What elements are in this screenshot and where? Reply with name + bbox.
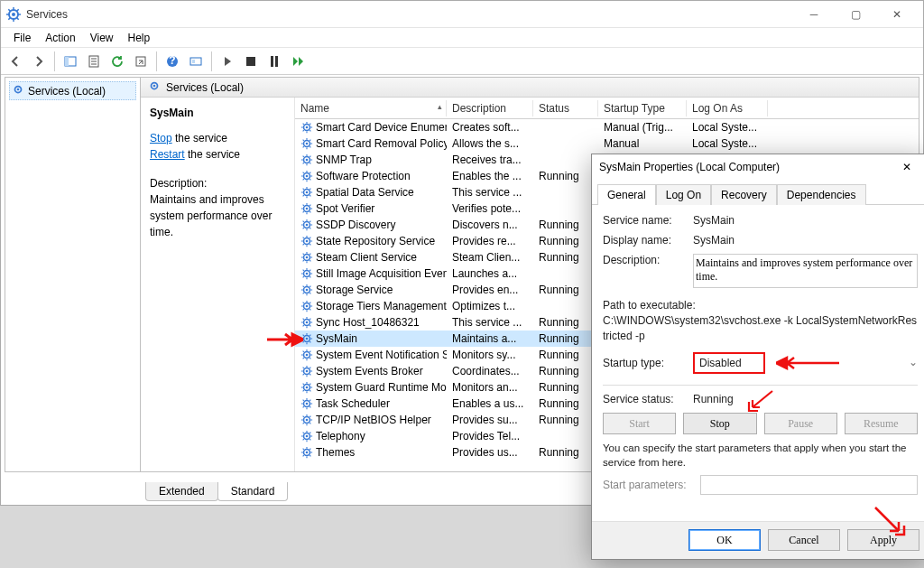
- table-row[interactable]: Smart Card Device Enumera...Creates soft…: [295, 119, 919, 135]
- pause-button: Pause: [764, 413, 837, 434]
- cell-status: [533, 159, 598, 161]
- dialog-titlebar: SysMain Properties (Local Computer) ✕: [592, 154, 924, 180]
- cell-name: TCP/IP NetBIOS Helper: [295, 413, 447, 427]
- resume-button: Resume: [845, 413, 918, 434]
- cell-status: [533, 305, 598, 307]
- svg-point-29: [306, 191, 309, 194]
- minimize-button[interactable]: ─: [793, 2, 835, 27]
- svg-point-59: [306, 435, 309, 438]
- tree-pane: Services (Local): [5, 78, 141, 471]
- cell-description: Steam Clien...: [447, 250, 533, 265]
- tab-recovery[interactable]: Recovery: [711, 184, 777, 205]
- ok-button[interactable]: OK: [688, 529, 761, 551]
- menu-file[interactable]: File: [6, 30, 38, 46]
- col-name[interactable]: Name: [295, 100, 447, 116]
- cell-description: Creates soft...: [447, 120, 533, 135]
- tab-standard[interactable]: Standard: [217, 482, 289, 501]
- stop-toolbar-button[interactable]: [240, 51, 262, 72]
- tab-extended[interactable]: Extended: [145, 482, 218, 501]
- svg-point-17: [17, 88, 20, 91]
- menubar: File Action View Help: [1, 28, 923, 48]
- cell-status: [533, 273, 598, 275]
- cell-description: Enables a us...: [447, 396, 533, 411]
- pane-header: Services (Local): [141, 78, 919, 98]
- display-name-label: Display name:: [603, 234, 693, 247]
- apply-button[interactable]: Apply: [847, 529, 919, 551]
- cell-description: Provides su...: [447, 413, 533, 427]
- cell-status: [533, 435, 598, 437]
- restart-toolbar-button[interactable]: [287, 51, 309, 72]
- cell-name: Spot Verifier: [295, 201, 447, 216]
- service-status-value: Running: [693, 393, 734, 405]
- col-description[interactable]: Description: [447, 100, 533, 116]
- svg-rect-12: [192, 60, 195, 63]
- menu-view[interactable]: View: [83, 30, 121, 46]
- stop-link[interactable]: Stop: [150, 132, 172, 144]
- bottom-tabs: Extended Standard: [145, 478, 287, 501]
- show-hide-tree-button[interactable]: [60, 51, 81, 72]
- help-button[interactable]: ?: [162, 51, 183, 72]
- toolbar: ?: [1, 48, 923, 75]
- col-status[interactable]: Status: [533, 100, 598, 116]
- svg-point-21: [306, 126, 309, 129]
- svg-point-57: [306, 419, 309, 422]
- close-button[interactable]: ✕: [876, 2, 918, 27]
- refresh-button[interactable]: [106, 51, 128, 72]
- properties-button[interactable]: [83, 51, 105, 72]
- svg-point-33: [306, 224, 309, 227]
- cell-name: Themes: [295, 445, 447, 460]
- menu-action[interactable]: Action: [38, 30, 82, 46]
- table-row[interactable]: Smart Card Removal PolicyAllows the s...…: [295, 135, 919, 152]
- forward-button[interactable]: [28, 51, 50, 72]
- dialog-title: SysMain Properties (Local Computer): [599, 161, 892, 173]
- svg-point-23: [306, 143, 309, 145]
- dialog-close-button[interactable]: ✕: [892, 156, 921, 178]
- pane-header-label: Services (Local): [166, 81, 244, 94]
- cell-description: Provides us...: [447, 445, 533, 460]
- cell-description: Verifies pote...: [447, 201, 533, 216]
- cell-name: Storage Service: [295, 283, 447, 297]
- cancel-button[interactable]: Cancel: [768, 529, 840, 551]
- cell-status: Running: [533, 445, 598, 460]
- pause-toolbar-button[interactable]: [263, 51, 285, 72]
- start-params-input: [700, 475, 918, 495]
- toolbar-extra-button[interactable]: [185, 51, 207, 72]
- col-log-on-as[interactable]: Log On As: [687, 100, 768, 116]
- stop-button[interactable]: Stop: [683, 413, 756, 434]
- svg-point-39: [306, 273, 309, 275]
- svg-point-51: [306, 370, 309, 373]
- description-text: Maintains and improves system performanc…: [150, 191, 285, 240]
- svg-point-55: [306, 403, 309, 405]
- cell-description: Receives tra...: [447, 153, 533, 167]
- path-label: Path to executable:: [603, 298, 918, 313]
- back-button[interactable]: [5, 51, 26, 72]
- menu-help[interactable]: Help: [121, 30, 158, 46]
- cell-description: Discovers n...: [447, 218, 533, 232]
- tab-dependencies[interactable]: Dependencies: [777, 184, 866, 205]
- restart-link[interactable]: Restart: [150, 148, 185, 161]
- cell-name: Software Protection: [295, 169, 447, 183]
- restart-suffix: the service: [185, 148, 240, 161]
- svg-point-27: [306, 175, 309, 178]
- tree-node-services-local[interactable]: Services (Local): [9, 81, 136, 100]
- cell-status: Running: [533, 250, 598, 265]
- dialog-description-text[interactable]: [693, 254, 918, 288]
- play-button[interactable]: [217, 51, 238, 72]
- col-startup-type[interactable]: Startup Type: [598, 100, 687, 116]
- tab-log-on[interactable]: Log On: [656, 184, 711, 205]
- cell-name: Storage Tiers Management: [295, 299, 447, 313]
- maximize-button[interactable]: ▢: [835, 2, 876, 27]
- tab-general[interactable]: General: [597, 184, 656, 205]
- services-icon: [148, 79, 161, 95]
- cell-name: Steam Client Service: [295, 250, 447, 265]
- dialog-tabs: General Log On Recovery Dependencies: [592, 180, 924, 205]
- svg-point-45: [306, 321, 309, 324]
- services-icon: [12, 83, 24, 98]
- svg-rect-15: [275, 56, 278, 67]
- svg-rect-14: [271, 56, 273, 67]
- cell-description: Provides Tel...: [447, 429, 533, 443]
- startup-type-label: Startup type:: [603, 357, 693, 369]
- svg-point-41: [306, 289, 309, 292]
- export-button[interactable]: [130, 51, 152, 72]
- svg-point-31: [306, 208, 309, 210]
